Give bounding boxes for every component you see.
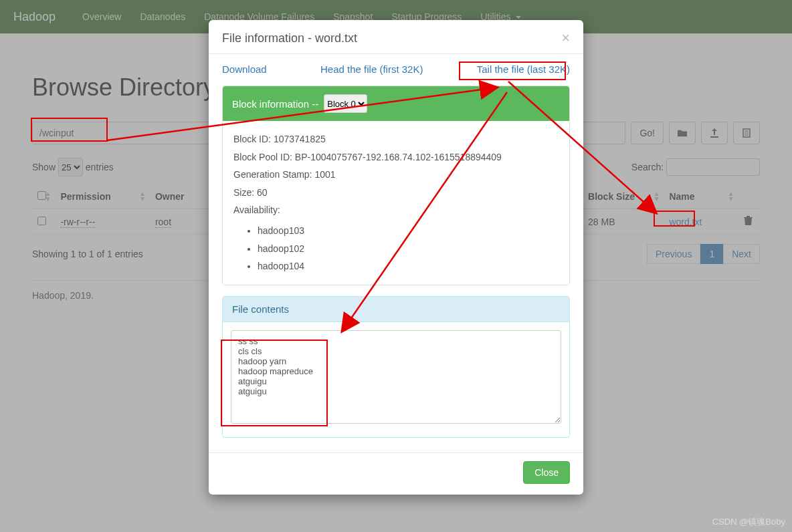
file-contents-panel: File contents ss ss cls cls hadoop yarn …	[222, 296, 570, 438]
file-info-modal: File information - word.txt × Download H…	[209, 20, 583, 495]
tail-file-link[interactable]: Tail the file (last 32K)	[477, 63, 570, 75]
genstamp-label: Generation Stamp:	[233, 169, 312, 180]
download-link[interactable]: Download	[222, 63, 267, 75]
block-info-label: Block information --	[232, 98, 318, 110]
block-info-panel: Block information -- Block 0 Block ID: 1…	[222, 86, 570, 285]
head-file-link[interactable]: Head the file (first 32K)	[320, 63, 423, 75]
block-id-label: Block ID:	[233, 134, 271, 144]
availability-list: hadoop103 hadoop102 hadoop104	[258, 222, 559, 275]
availability-item: hadoop102	[258, 240, 559, 258]
pool-id-label: Block Pool ID:	[233, 152, 292, 162]
modal-close-button[interactable]: ×	[561, 31, 570, 45]
genstamp-value: 1001	[314, 169, 335, 180]
availability-item: hadoop103	[258, 222, 559, 240]
availability-label: Availability:	[233, 201, 559, 219]
size-label: Size:	[233, 187, 254, 198]
modal-title: File information - word.txt	[222, 31, 357, 45]
file-contents-textarea[interactable]: ss ss cls cls hadoop yarn hadoop mapredu…	[231, 330, 561, 424]
file-contents-heading: File contents	[223, 297, 569, 322]
close-button[interactable]: Close	[523, 461, 570, 484]
availability-item: hadoop104	[258, 257, 559, 275]
size-value: 60	[257, 187, 268, 198]
block-id-value: 1073741825	[274, 134, 326, 144]
close-icon: ×	[561, 29, 570, 46]
block-select[interactable]: Block 0	[324, 94, 367, 113]
pool-id-value: BP-1004075767-192.168.74.102-16155188944…	[295, 152, 502, 162]
watermark: CSDN @镇魂Boby	[712, 516, 785, 528]
